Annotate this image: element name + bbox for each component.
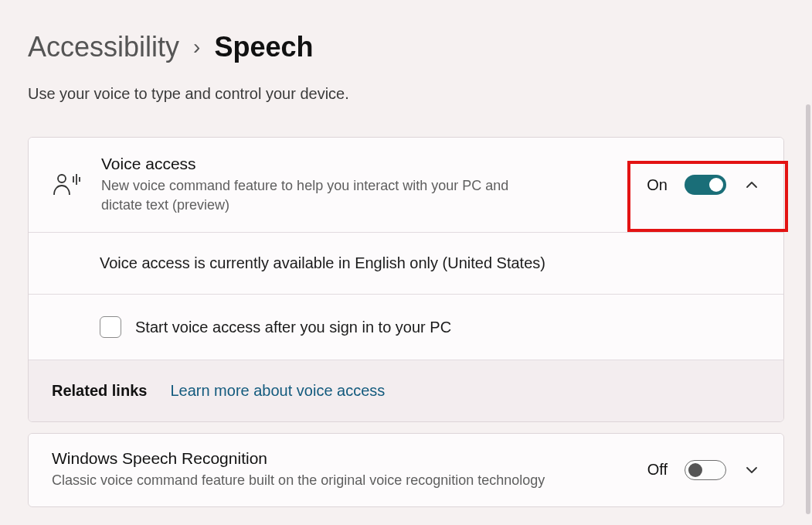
learn-more-link[interactable]: Learn more about voice access bbox=[170, 382, 385, 400]
speech-recognition-header[interactable]: Windows Speech Recognition Classic voice… bbox=[29, 434, 783, 506]
voice-access-header[interactable]: Voice access New voice command feature t… bbox=[29, 138, 783, 232]
scrollbar[interactable] bbox=[806, 104, 810, 514]
voice-access-icon bbox=[52, 172, 92, 198]
voice-access-toggle-label: On bbox=[647, 176, 668, 194]
voice-access-availability-note: Voice access is currently available in E… bbox=[29, 233, 783, 294]
voice-access-toggle[interactable] bbox=[685, 175, 726, 195]
speech-recognition-toggle[interactable] bbox=[685, 460, 726, 480]
speech-recognition-title: Windows Speech Recognition bbox=[52, 449, 632, 468]
related-links-row: Related links Learn more about voice acc… bbox=[29, 360, 783, 421]
speech-recognition-toggle-label: Off bbox=[647, 461, 668, 479]
svg-point-0 bbox=[58, 175, 66, 182]
voice-access-startup-row[interactable]: Start voice access after you sign in to … bbox=[29, 295, 783, 360]
voice-access-title: Voice access bbox=[101, 155, 631, 173]
chevron-up-icon[interactable] bbox=[743, 176, 760, 193]
voice-access-desc: New voice command feature to help you in… bbox=[101, 176, 534, 215]
page-subtitle: Use your voice to type and control your … bbox=[28, 85, 784, 103]
voice-access-startup-label: Start voice access after you sign in to … bbox=[135, 319, 451, 336]
breadcrumb: Accessibility › Speech bbox=[28, 31, 784, 63]
breadcrumb-parent[interactable]: Accessibility bbox=[28, 31, 179, 63]
chevron-down-icon[interactable] bbox=[743, 462, 760, 479]
related-links-label: Related links bbox=[52, 382, 147, 400]
voice-access-group: Voice access New voice command feature t… bbox=[28, 137, 784, 422]
speech-recognition-group: Windows Speech Recognition Classic voice… bbox=[28, 433, 784, 506]
chevron-right-icon: › bbox=[193, 35, 200, 60]
voice-access-startup-checkbox[interactable] bbox=[100, 316, 121, 338]
speech-recognition-desc: Classic voice command feature built on t… bbox=[52, 471, 546, 490]
breadcrumb-current: Speech bbox=[214, 31, 313, 63]
